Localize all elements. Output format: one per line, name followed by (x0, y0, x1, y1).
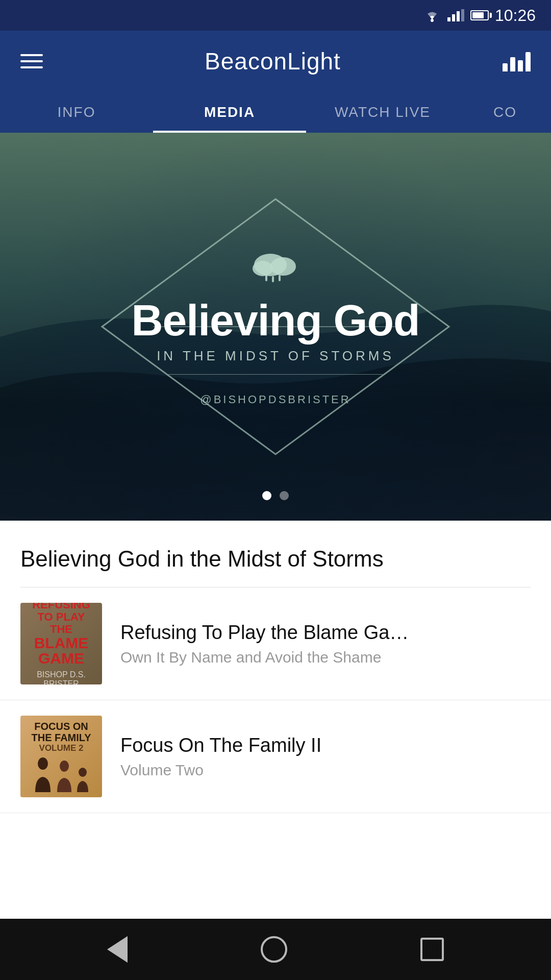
media-item-title: Focus On The Family II (120, 734, 531, 757)
family-silhouette (26, 756, 97, 792)
hero-banner: Believing God IN THE MIDST OF STORMS @BI… (0, 133, 551, 521)
status-bar: 10:26 (0, 0, 551, 31)
hero-content: Believing God IN THE MIDST OF STORMS @BI… (0, 133, 551, 521)
thumb-blame-refusing: REFUSING TO PLAY THE (30, 603, 93, 635)
diamond-container: Believing God IN THE MIDST OF STORMS @BI… (70, 216, 481, 437)
svg-point-12 (60, 761, 69, 772)
hero-title: Believing God (131, 298, 419, 342)
hero-inner: Believing God IN THE MIDST OF STORMS @BI… (70, 216, 481, 437)
app-title: BeaconLight (205, 47, 341, 75)
status-icons: 10:26 (423, 6, 536, 25)
tab-media[interactable]: MEDIA (153, 92, 306, 133)
chart-icon[interactable] (503, 51, 531, 71)
recent-apps-button[interactable] (420, 938, 444, 961)
media-item-subtitle: Own It By Name and Avoid the Shame (120, 649, 531, 666)
svg-rect-10 (279, 275, 281, 281)
hero-divider (168, 374, 383, 375)
hero-handle: @BISHOPDSBRISTER (200, 393, 350, 406)
thumb-blame-game: BLAME GAME (30, 635, 93, 666)
home-icon (261, 936, 287, 963)
content-area: Believing God in the Midst of Storms REF… (0, 521, 551, 919)
hamburger-menu-icon[interactable] (20, 54, 43, 68)
thumb-focus-title: FOCUS ON THE FAMILY (26, 721, 97, 743)
tab-watch-live[interactable]: WATCH LIVE (306, 92, 459, 133)
thumb-focus-vol: VOLUME 2 (39, 743, 84, 753)
cloud-icon-svg (247, 247, 304, 288)
recent-apps-icon (420, 938, 444, 961)
media-item-title: Refusing To Play the Blame Ga… (120, 621, 531, 645)
media-info-blame: Refusing To Play the Blame Ga… Own It By… (120, 621, 531, 666)
media-info-focus: Focus On The Family II Volume Two (120, 734, 531, 779)
back-button[interactable] (107, 936, 128, 963)
bottom-nav (0, 919, 551, 980)
svg-rect-8 (265, 275, 267, 281)
thumb-blame-author: BISHOP D.S. BRISTER (30, 670, 93, 684)
nav-tabs: INFO MEDIA WATCH LIVE CO (0, 92, 551, 133)
media-thumb-blame: REFUSING TO PLAY THE BLAME GAME BISHOP D… (20, 603, 102, 684)
status-time: 10:26 (495, 6, 536, 25)
carousel-dots (262, 491, 289, 500)
svg-point-6 (270, 257, 296, 276)
tab-co[interactable]: CO (459, 92, 551, 133)
carousel-dot-1[interactable] (262, 491, 271, 500)
app-header: BeaconLight (0, 31, 551, 92)
signal-icon (447, 9, 464, 21)
media-item[interactable]: FOCUS ON THE FAMILY VOLUME 2 (0, 700, 551, 813)
svg-point-13 (79, 768, 87, 777)
svg-point-0 (431, 19, 434, 22)
svg-rect-9 (272, 276, 274, 282)
media-list: REFUSING TO PLAY THE BLAME GAME BISHOP D… (0, 587, 551, 813)
media-item-subtitle: Volume Two (120, 762, 531, 779)
wifi-icon (423, 8, 441, 22)
battery-icon (470, 10, 489, 20)
back-icon (107, 936, 128, 963)
tab-info[interactable]: INFO (0, 92, 153, 133)
media-thumb-focus: FOCUS ON THE FAMILY VOLUME 2 (20, 716, 102, 797)
section-title: Believing God in the Midst of Storms (0, 521, 551, 587)
hero-subtitle: IN THE MIDST OF STORMS (157, 348, 394, 364)
carousel-dot-2[interactable] (280, 491, 289, 500)
home-button[interactable] (261, 936, 287, 963)
media-item[interactable]: REFUSING TO PLAY THE BLAME GAME BISHOP D… (0, 587, 551, 700)
cloud-rain-icon (247, 247, 304, 290)
svg-point-11 (38, 757, 48, 770)
svg-point-7 (253, 261, 273, 276)
thumb-blame-content: REFUSING TO PLAY THE BLAME GAME BISHOP D… (26, 603, 97, 684)
